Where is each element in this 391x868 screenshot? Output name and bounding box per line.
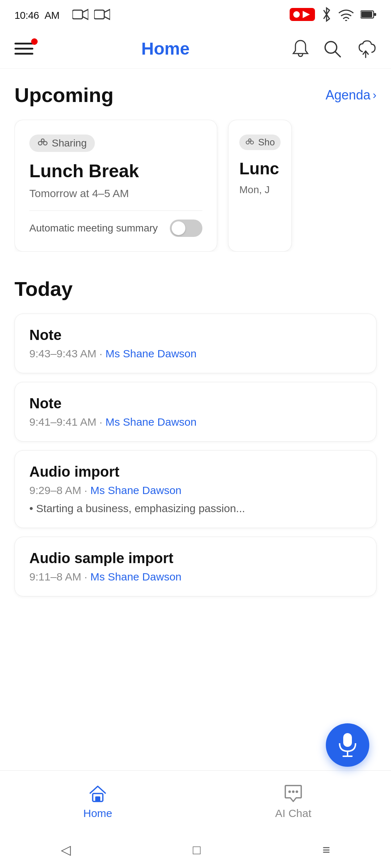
back-button[interactable]: ◁ bbox=[61, 842, 71, 858]
home-button[interactable]: □ bbox=[193, 842, 201, 858]
status-time: 10:46 AM bbox=[14, 7, 59, 22]
svg-point-12 bbox=[246, 141, 249, 144]
status-right bbox=[290, 7, 377, 22]
agenda-chevron-icon: › bbox=[373, 88, 377, 102]
svg-rect-15 bbox=[343, 733, 352, 747]
record-fab[interactable] bbox=[326, 723, 369, 767]
svg-point-13 bbox=[251, 141, 253, 144]
svg-point-14 bbox=[249, 139, 251, 141]
svg-point-22 bbox=[296, 790, 298, 793]
menu-sys-button[interactable]: ≡ bbox=[323, 842, 330, 858]
svg-rect-5 bbox=[374, 13, 376, 16]
today-items: Note 9:43–9:43 AM · Ms Shane Dawson Note… bbox=[14, 314, 377, 596]
svg-line-7 bbox=[335, 52, 340, 57]
svg-rect-0 bbox=[72, 10, 83, 19]
video-icon bbox=[72, 9, 88, 20]
meeting-summary-toggle[interactable] bbox=[170, 220, 202, 237]
card2-title: Lunc bbox=[239, 159, 281, 178]
microphone-icon bbox=[337, 732, 358, 758]
card2-subtitle: Mon, J bbox=[239, 184, 281, 196]
today-item-1[interactable]: Note 9:41–9:41 AM · Ms Shane Dawson bbox=[14, 382, 377, 442]
sharing-badge-2: Sho bbox=[239, 135, 281, 150]
svg-point-20 bbox=[289, 790, 291, 793]
search-icon[interactable] bbox=[323, 39, 342, 58]
ai-chat-nav-icon bbox=[283, 783, 303, 804]
header-icons bbox=[291, 39, 377, 59]
upcoming-header: Upcoming Agenda › bbox=[14, 83, 377, 107]
today-item-0[interactable]: Note 9:43–9:43 AM · Ms Shane Dawson bbox=[14, 314, 377, 373]
sharing-text: Sharing bbox=[52, 137, 87, 149]
main-content: Upcoming Agenda › Sharing Lunch bbox=[0, 69, 391, 770]
card1-footer-label: Automatic meeting summary bbox=[29, 222, 158, 234]
home-nav-label: Home bbox=[83, 807, 112, 820]
upcoming-card-2[interactable]: Sho Lunc Mon, J bbox=[228, 120, 292, 252]
status-left: 10:46 AM bbox=[14, 7, 110, 22]
header: Home bbox=[0, 29, 391, 69]
upcoming-title: Upcoming bbox=[14, 83, 114, 107]
today-item-3[interactable]: Audio sample import 9:11–8 AM · Ms Shane… bbox=[14, 537, 377, 596]
today-section: Today Note 9:43–9:43 AM · Ms Shane Dawso… bbox=[0, 259, 391, 604]
nav-home[interactable]: Home bbox=[0, 783, 196, 820]
today-item-2-title: Audio import bbox=[29, 464, 362, 480]
card1-subtitle: Tomorrow at 4–5 AM bbox=[29, 187, 202, 200]
sharing-badge: Sharing bbox=[29, 135, 95, 152]
status-bar: 10:46 AM bbox=[0, 0, 391, 29]
svg-rect-19 bbox=[95, 796, 100, 801]
svg-point-2 bbox=[345, 20, 347, 21]
ai-chat-nav-label: AI Chat bbox=[275, 807, 311, 820]
svg-point-11 bbox=[41, 139, 44, 142]
home-nav-icon bbox=[88, 783, 108, 804]
nav-ai-chat[interactable]: AI Chat bbox=[196, 783, 391, 820]
card1-divider bbox=[29, 210, 202, 211]
upcoming-section: Upcoming Agenda › Sharing Lunch bbox=[0, 69, 391, 259]
svg-point-21 bbox=[292, 790, 295, 793]
card1-footer: Automatic meeting summary bbox=[29, 220, 202, 237]
toggle-knob bbox=[172, 221, 185, 235]
svg-rect-1 bbox=[94, 10, 104, 19]
today-title: Today bbox=[14, 277, 377, 301]
today-item-0-meta: 9:43–9:43 AM · Ms Shane Dawson bbox=[29, 348, 362, 360]
upcoming-cards: Sharing Lunch Break Tomorrow at 4–5 AM A… bbox=[14, 120, 377, 252]
today-item-2-meta: 9:29–8 AM · Ms Shane Dawson bbox=[29, 484, 362, 497]
svg-point-10 bbox=[43, 141, 47, 145]
sharing-icon-2 bbox=[245, 139, 255, 146]
today-item-1-title: Note bbox=[29, 395, 362, 412]
bluetooth-icon bbox=[321, 7, 332, 22]
header-title: Home bbox=[141, 39, 189, 59]
video2-icon bbox=[94, 9, 110, 20]
upcoming-card-1[interactable]: Sharing Lunch Break Tomorrow at 4–5 AM A… bbox=[14, 120, 217, 252]
battery-icon bbox=[361, 9, 377, 20]
agenda-label: Agenda bbox=[325, 88, 370, 103]
sharing-icon bbox=[37, 139, 48, 148]
today-item-3-title: Audio sample import bbox=[29, 550, 362, 566]
notification-dot bbox=[31, 38, 38, 45]
today-item-2-bullet: • Starting a business, emphasizing passi… bbox=[29, 502, 362, 515]
ampm-value: AM bbox=[45, 10, 59, 21]
today-item-0-title: Note bbox=[29, 327, 362, 343]
bottom-nav: Home AI Chat bbox=[0, 770, 391, 832]
svg-rect-4 bbox=[361, 12, 372, 17]
today-item-3-meta: 9:11–8 AM · Ms Shane Dawson bbox=[29, 571, 362, 583]
menu-button[interactable] bbox=[14, 36, 40, 61]
upload-icon[interactable] bbox=[355, 39, 377, 58]
card1-title: Lunch Break bbox=[29, 161, 202, 182]
agenda-link[interactable]: Agenda › bbox=[325, 88, 377, 103]
system-bar: ◁ □ ≡ bbox=[0, 832, 391, 868]
today-item-1-meta: 9:41–9:41 AM · Ms Shane Dawson bbox=[29, 416, 362, 428]
bell-icon[interactable] bbox=[291, 39, 310, 59]
wifi-icon bbox=[338, 8, 354, 21]
time-value: 10:46 bbox=[14, 10, 39, 21]
svg-point-9 bbox=[38, 141, 42, 145]
card2-badge-text: Sho bbox=[258, 137, 275, 148]
recording-icon bbox=[290, 8, 315, 21]
today-item-2[interactable]: Audio import 9:29–8 AM · Ms Shane Dawson… bbox=[14, 450, 377, 528]
